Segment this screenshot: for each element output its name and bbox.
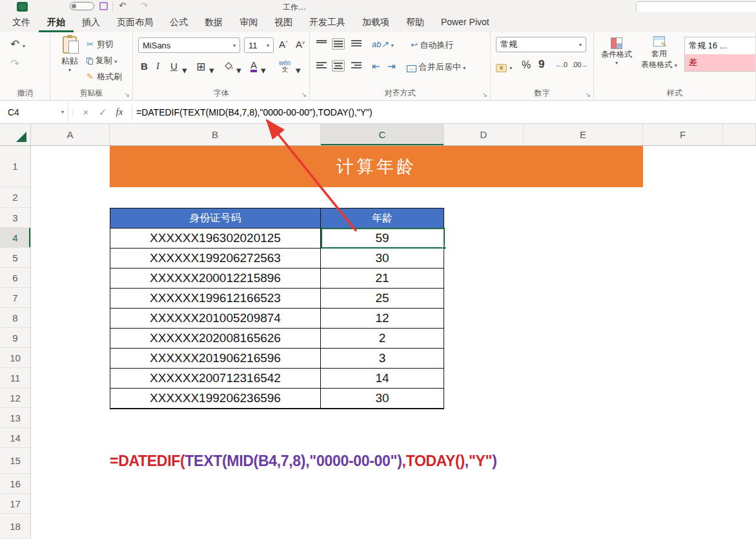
save-icon[interactable] xyxy=(99,2,108,10)
cell-age[interactable]: 12 xyxy=(321,309,444,329)
menu-tab[interactable]: Power Pivot xyxy=(433,12,498,32)
menu-tab[interactable]: 页面布局 xyxy=(108,12,161,32)
alignment-dialog-launcher[interactable]: ↘ xyxy=(482,92,487,98)
formula-annotation[interactable]: =DATEDIF( TEXT(MID(B4,7,8),"0000-00-00")… xyxy=(110,448,497,474)
align-left-button[interactable] xyxy=(315,60,328,72)
clipboard-dialog-launcher[interactable]: ↘ xyxy=(125,92,130,98)
column-header-D[interactable]: D xyxy=(444,124,524,145)
orientation-button[interactable]: ab↗ ▾ xyxy=(372,39,393,49)
fill-color-caret[interactable]: ▾ xyxy=(236,65,241,76)
sheet-cells-area[interactable]: 计算年龄 身份证号码 年龄 XXXXXX196302020125 59 XXXX… xyxy=(31,146,756,539)
menu-tab[interactable]: 插入 xyxy=(74,12,108,32)
underline-button[interactable]: U xyxy=(170,61,178,72)
paste-button[interactable]: 粘贴 ▾ xyxy=(58,36,81,73)
autosave-toggle[interactable] xyxy=(70,2,94,10)
fill-handle[interactable] xyxy=(442,246,446,250)
undo-icon[interactable]: ↶ xyxy=(119,1,126,10)
row-header-9[interactable]: 9 xyxy=(0,328,30,348)
comma-style-button[interactable]: 9 xyxy=(538,58,544,71)
menu-tab[interactable]: 公式 xyxy=(161,12,196,32)
header-age[interactable]: 年龄 xyxy=(321,208,444,229)
cell-id-number[interactable]: XXXXXX199612166523 xyxy=(110,289,321,309)
cell-age[interactable]: 2 xyxy=(321,329,444,349)
row-header-14[interactable]: 14 xyxy=(0,428,30,448)
row-header-10[interactable]: 10 xyxy=(0,348,30,368)
borders-button[interactable]: ⊞ xyxy=(196,60,205,74)
menu-tab[interactable]: 加载项 xyxy=(354,12,398,32)
phonetic-caret[interactable]: ▾ xyxy=(296,65,301,76)
align-bottom-button[interactable] xyxy=(350,38,363,50)
row-header-6[interactable]: 6 xyxy=(0,268,30,288)
underline-caret[interactable]: ▾ xyxy=(182,65,187,76)
cell-style-option[interactable]: 常规 16 ... xyxy=(685,37,755,54)
cell-style-option[interactable]: 差 xyxy=(685,54,755,71)
cell-age[interactable]: 25 xyxy=(321,289,444,309)
header-id-number[interactable]: 身份证号码 xyxy=(110,208,321,229)
font-size-select[interactable]: 11▾ xyxy=(244,37,274,53)
row-header-18[interactable]: 18 xyxy=(0,514,30,539)
row-header-7[interactable]: 7 xyxy=(0,288,30,308)
formula-bar-handle[interactable]: ⋮ xyxy=(68,108,77,116)
cell-age[interactable]: 30 xyxy=(321,389,444,409)
row-header-13[interactable]: 13 xyxy=(0,408,30,428)
font-color-button[interactable]: A xyxy=(250,60,257,72)
percent-style-button[interactable]: % xyxy=(522,59,531,71)
banner-cell[interactable]: 计算年龄 xyxy=(110,146,643,187)
cell-id-number[interactable]: XXXXXX199206236596 xyxy=(110,389,321,409)
row-header-5[interactable]: 5 xyxy=(0,248,30,268)
row-header-3[interactable]: 3 xyxy=(0,208,30,228)
cell-age[interactable]: 14 xyxy=(321,369,444,389)
row-header-8[interactable]: 8 xyxy=(0,308,30,328)
menu-tab[interactable]: 审阅 xyxy=(231,12,266,32)
column-header-A[interactable]: A xyxy=(31,124,110,145)
cell-id-number[interactable]: XXXXXX196302020125 xyxy=(110,229,321,249)
row-header-4[interactable]: 4 xyxy=(0,228,30,248)
name-box[interactable]: C4 ▾ xyxy=(0,101,68,123)
conditional-formatting-button[interactable]: 条件格式 ▾ xyxy=(598,36,635,66)
align-top-button[interactable] xyxy=(315,38,328,50)
column-header-C[interactable]: C xyxy=(321,124,444,145)
align-center-button[interactable] xyxy=(332,60,345,72)
column-header-F[interactable]: F xyxy=(643,124,723,145)
decimal-increase-button[interactable]: ←.0 xyxy=(555,61,567,68)
cell-age[interactable]: 30 xyxy=(321,249,444,269)
merge-center-button[interactable]: ↔ 合并后居中 ▾ xyxy=(407,61,465,73)
cell-age[interactable]: 21 xyxy=(321,269,444,289)
cancel-button[interactable]: × xyxy=(77,107,94,117)
select-all-corner[interactable] xyxy=(0,124,31,145)
align-right-button[interactable] xyxy=(350,60,363,72)
indent-decrease-button[interactable]: ⇤ xyxy=(372,61,380,72)
row-header-11[interactable]: 11 xyxy=(0,368,30,388)
italic-button[interactable]: I xyxy=(156,61,159,72)
column-header-B[interactable]: B xyxy=(110,124,321,145)
cell-age[interactable]: 3 xyxy=(321,349,444,369)
wrap-text-button[interactable]: ↩ 自动换行 xyxy=(411,39,454,51)
row-header-15[interactable]: 15 xyxy=(0,448,30,474)
formula-input[interactable]: =DATEDIF(TEXT(MID(B4,7,8),"0000-00-00"),… xyxy=(136,107,373,117)
redo-icon[interactable]: ↷ xyxy=(141,1,148,10)
number-format-select[interactable]: 常规▾ xyxy=(496,37,586,52)
cell-id-number[interactable]: XXXXXX202008165626 xyxy=(110,329,321,349)
number-dialog-launcher[interactable]: ↘ xyxy=(586,92,591,98)
menu-tab[interactable]: 数据 xyxy=(196,12,231,32)
row-header-16[interactable]: 16 xyxy=(0,474,30,494)
fill-color-button[interactable] xyxy=(223,61,234,73)
phonetic-button[interactable]: wén文 xyxy=(279,60,291,73)
insert-function-button[interactable]: fx xyxy=(111,107,128,117)
row-header-1[interactable]: 1 xyxy=(0,146,30,187)
format-painter-button[interactable]: ✎格式刷 xyxy=(87,71,122,83)
menu-tab[interactable]: 视图 xyxy=(266,12,301,32)
search-box[interactable] xyxy=(636,1,756,12)
redo-button[interactable]: ↷ xyxy=(10,57,19,70)
bold-button[interactable]: B xyxy=(141,61,148,72)
cell-id-number[interactable]: XXXXXX200012215896 xyxy=(110,269,321,289)
indent-increase-button[interactable]: ⇥ xyxy=(387,61,396,72)
menu-tab[interactable]: 开发工具 xyxy=(301,12,354,32)
row-header-12[interactable]: 12 xyxy=(0,388,30,408)
cell-id-number[interactable]: XXXXXX201906216596 xyxy=(110,349,321,369)
menu-tab[interactable]: 开始 xyxy=(39,12,74,32)
cell-id-number[interactable]: XXXXXX200712316542 xyxy=(110,369,321,389)
row-header-2[interactable]: 2 xyxy=(0,187,30,208)
column-header-partial[interactable] xyxy=(723,124,756,145)
font-color-caret[interactable]: ▾ xyxy=(261,65,266,76)
